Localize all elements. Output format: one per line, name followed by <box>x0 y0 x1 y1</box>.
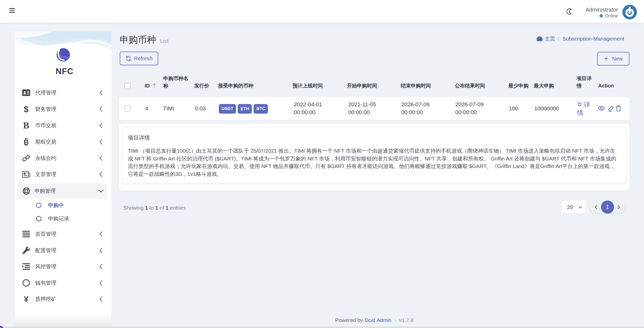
svg-text:B: B <box>24 138 29 146</box>
